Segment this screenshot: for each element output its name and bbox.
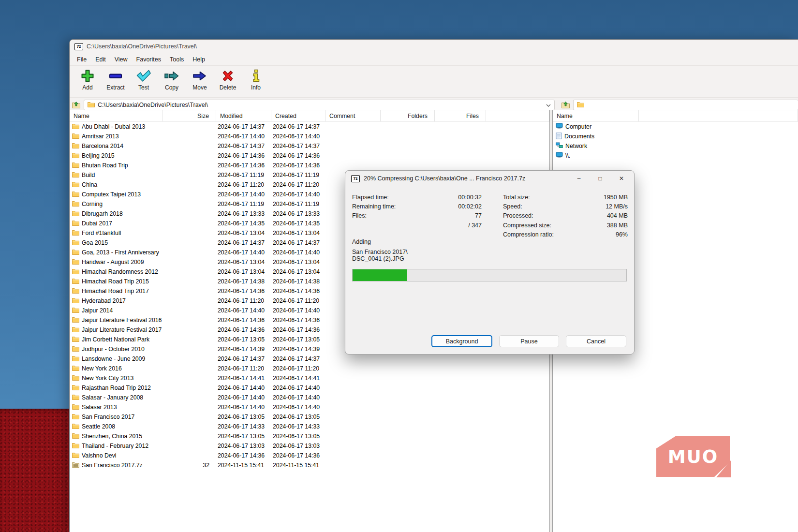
file-row[interactable]: Salasar - January 20082024-06-17 14:4020… [70,393,549,402]
toolbar-button-move[interactable]: Move [186,67,214,91]
folder-icon [72,394,79,401]
file-created-cell: 2024-06-17 14:36 [271,317,325,324]
file-modified-cell: 2024-06-17 11:19 [216,172,271,178]
maximize-icon[interactable]: □ [590,172,611,185]
file-name-cell: Jim Corbett National Park [70,336,163,343]
stat-row-left: Remaining time:00:02:02 [352,202,482,211]
file-name-label: Himachal Road Trip 2015 [82,278,149,285]
file-row[interactable]: Vaishno Devi2024-06-17 14:362024-06-17 1… [70,451,549,460]
menu-item-tools[interactable]: Tools [165,55,188,64]
pause-button[interactable]: Pause [499,335,559,347]
file-row[interactable]: Barcelona 20142024-06-17 14:372024-06-17… [70,141,549,151]
menu-item-file[interactable]: File [73,55,91,64]
menu-item-view[interactable]: View [110,55,132,64]
column-header-folders[interactable]: Folders [381,110,435,121]
toolbar-button-label: Add [82,84,92,91]
file-created-cell: 2024-06-17 14:36 [271,452,325,459]
file-created-cell: 2024-06-17 14:40 [271,249,325,256]
minimize-icon[interactable]: – [568,172,590,185]
folder-icon [72,172,79,179]
stat-label: Compressed size: [503,221,551,230]
close-icon[interactable]: ✕ [611,172,632,185]
file-row[interactable]: Thailand - February 20122024-06-17 13:03… [70,441,549,451]
file-row[interactable]: San Francisco 2017.7z322024-11-15 15:412… [70,460,549,470]
file-modified-cell: 2024-06-17 14:36 [216,162,271,169]
file-name-label: Corning [82,201,103,207]
nav-item[interactable]: Network [553,141,798,151]
stat-value: 388 MB [607,221,628,230]
file-name-label: Beijing 2015 [82,152,115,159]
toolbar-button-label: Delete [220,84,236,91]
toolbar-button-add[interactable]: Add [74,67,102,91]
status-action-label: Adding [352,238,371,245]
file-row[interactable]: Salasar 20132024-06-17 14:402024-06-17 1… [70,402,549,412]
column-header-name[interactable]: Name [70,110,163,121]
column-header-modified[interactable]: Modified [216,110,271,121]
file-row[interactable]: San Francisco 20172024-06-17 13:052024-0… [70,412,549,422]
menu-item-help[interactable]: Help [188,55,209,64]
file-row[interactable]: Abu Dhabi - Dubai 20132024-06-17 14:3720… [70,122,549,132]
folder-icon [72,288,79,295]
nav-item[interactable]: \\. [553,151,798,161]
file-created-cell: 2024-06-17 14:38 [271,278,325,285]
toolbar-button-delete[interactable]: Delete [214,67,242,91]
nav-item[interactable]: Computer [553,122,798,132]
stat-label: Remaining time: [352,202,396,211]
file-name-label: Dibrugarh 2018 [82,210,123,217]
file-created-cell: 2024-06-17 14:41 [271,375,325,382]
folder-icon [72,278,79,285]
delete-x-icon [220,68,236,84]
folder-icon [72,210,79,218]
folder-icon [72,220,79,227]
toolbar-button-copy[interactable]: Copy [158,67,186,91]
file-modified-cell: 2024-06-17 13:33 [216,210,271,217]
background-button[interactable]: Background [431,335,492,347]
seven-zip-app-icon: 7z [351,175,360,182]
parent-folder-button-right[interactable] [559,99,572,111]
address-input-right[interactable] [573,100,798,110]
chevron-down-icon[interactable] [546,102,551,108]
column-header-created[interactable]: Created [271,110,325,121]
nav-item[interactable]: Documents [553,132,798,141]
stat-label: Speed: [503,202,522,211]
file-name-label: Thailand - February 2012 [82,443,148,449]
file-name-label: Salasar - January 2008 [82,394,143,401]
column-header-size[interactable]: Size [163,110,216,121]
title-bar[interactable]: 7z C:\Users\baxia\OneDrive\Pictures\Trav… [70,40,798,53]
file-name-cell: New York City 2013 [70,375,163,382]
file-name-label: Abu Dhabi - Dubai 2013 [82,123,145,130]
toolbar-button-test[interactable]: Test [130,67,158,91]
column-header-files[interactable]: Files [435,110,486,121]
file-row[interactable]: New York 20162024-06-17 11:202024-06-17 … [70,364,549,373]
column-header-comment[interactable]: Comment [325,110,381,121]
menu-item-favorites[interactable]: Favorites [132,55,165,64]
file-row[interactable]: Beijing 20152024-06-17 14:362024-06-17 1… [70,151,549,161]
toolbar-button-extract[interactable]: Extract [102,67,130,91]
folder-icon [72,326,79,334]
toolbar-button-info[interactable]: Info [242,67,270,91]
stat-row-right: Processed:404 MB [503,211,628,221]
parent-folder-button[interactable] [70,99,82,111]
stat-row-left: / 347 [352,221,482,230]
column-header-name-right[interactable]: Name [553,110,639,121]
cancel-button[interactable]: Cancel [566,335,626,347]
file-name-cell: Salasar - January 2008 [70,394,163,401]
file-name-label: Jodhpur - October 2010 [82,346,145,353]
file-modified-cell: 2024-06-17 14:38 [216,278,271,285]
file-row[interactable]: New York City 20132024-06-17 14:412024-0… [70,373,549,383]
file-row[interactable]: Seattle 20082024-06-17 14:332024-06-17 1… [70,422,549,431]
folder-icon [72,162,79,169]
stat-label: Elapsed time: [352,193,389,202]
file-row[interactable]: Rajasthan Road Trip 20122024-06-17 14:40… [70,383,549,393]
address-input[interactable]: C:\Users\baxia\OneDrive\Pictures\Travel\ [84,100,555,110]
progress-bar-fill [353,269,407,281]
file-size-cell: 32 [163,462,216,469]
file-row[interactable]: Lansdowne - June 20092024-06-17 14:37202… [70,354,549,364]
file-name-label: Lansdowne - June 2009 [82,355,145,362]
file-created-cell: 2024-06-17 13:03 [271,443,325,449]
file-row[interactable]: Bhutan Road Trip2024-06-17 14:362024-06-… [70,161,549,170]
menu-item-edit[interactable]: Edit [91,55,110,64]
file-row[interactable]: Shenzhen, China 20152024-06-17 13:052024… [70,431,549,441]
file-name-label: Jaipur 2014 [82,307,113,314]
file-row[interactable]: Amritsar 20132024-06-17 14:402024-06-17 … [70,132,549,141]
